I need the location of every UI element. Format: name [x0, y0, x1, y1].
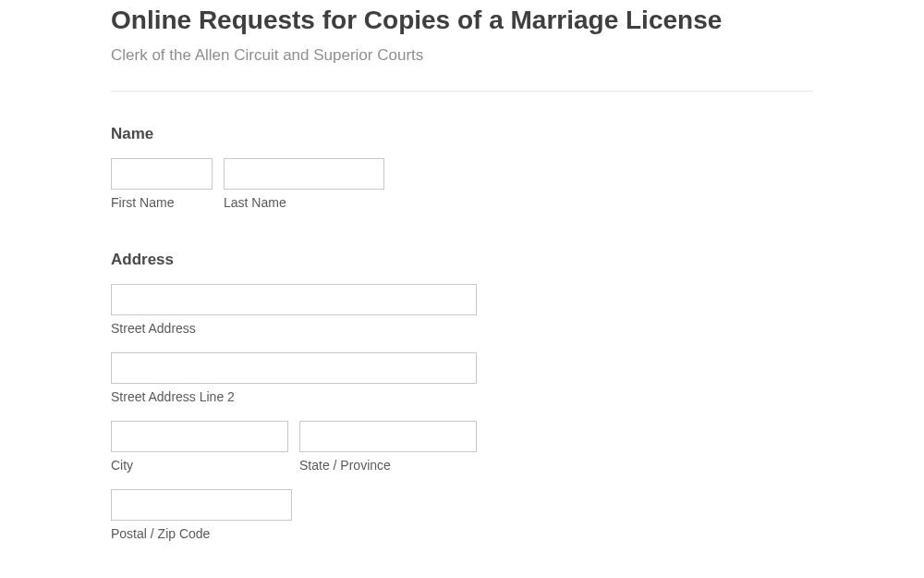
street-address-2-label: Street Address Line 2 [111, 389, 477, 404]
first-name-input[interactable] [111, 158, 213, 190]
street-address-2-input[interactable] [111, 352, 477, 384]
street-address-label: Street Address [111, 321, 477, 336]
last-name-label: Last Name [224, 195, 384, 210]
postal-input[interactable] [111, 489, 292, 521]
last-name-input[interactable] [224, 158, 384, 190]
state-label: State / Province [299, 458, 477, 473]
page-title: Online Requests for Copies of a Marriage… [111, 6, 813, 35]
section-heading-name: Name [111, 125, 813, 143]
divider [111, 91, 813, 92]
street-address-input[interactable] [111, 284, 477, 315]
city-label: City [111, 458, 288, 473]
section-heading-address: Address [111, 251, 813, 269]
city-input[interactable] [111, 421, 288, 452]
first-name-label: First Name [111, 195, 213, 210]
page-subtitle: Clerk of the Allen Circuit and Superior … [111, 46, 813, 65]
state-input[interactable] [299, 421, 477, 452]
postal-label: Postal / Zip Code [111, 526, 292, 541]
